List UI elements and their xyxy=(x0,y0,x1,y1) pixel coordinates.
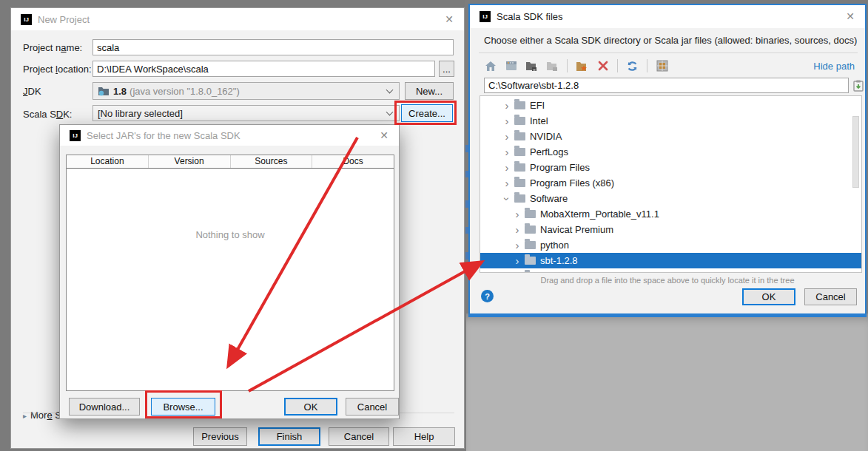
chevron-right-icon[interactable]: › xyxy=(502,163,511,172)
tree-item-python[interactable]: › python xyxy=(480,237,861,253)
tree-item-perflogs[interactable]: › PerfLogs xyxy=(480,144,861,160)
tree-item-label: NVIDIA xyxy=(530,131,562,142)
chevron-right-icon[interactable]: › xyxy=(513,226,522,234)
intellij-logo-icon: IJ xyxy=(21,14,32,25)
tree-scrollbar[interactable] xyxy=(852,116,859,188)
hide-path-link[interactable]: Hide path xyxy=(813,61,855,72)
empty-table-message: Nothing to show xyxy=(67,229,394,240)
close-icon[interactable]: ✕ xyxy=(443,13,455,25)
jdk-label: JDK xyxy=(23,86,41,97)
ok-button[interactable]: OK xyxy=(742,288,795,305)
chevron-right-icon[interactable]: › xyxy=(513,210,522,219)
dialog-title: Scala SDK files xyxy=(497,11,563,22)
refresh-icon[interactable] xyxy=(626,60,639,72)
project-location-input[interactable]: D:\IDEA WorkSpace\scala xyxy=(92,61,435,77)
sdk-files-titlebar[interactable]: IJ Scala SDK files ✕ xyxy=(470,5,865,28)
intellij-logo-icon: IJ xyxy=(480,11,491,22)
tree-item-program-files[interactable]: › Program Files xyxy=(480,160,861,175)
intellij-logo-icon: IJ xyxy=(70,130,81,141)
select-jars-dialog: IJ Select JAR's for the new Scala SDK ✕ … xyxy=(59,124,400,419)
tree-item-software[interactable]: › Software xyxy=(480,191,861,206)
tree-item-label: PerfLogs xyxy=(530,146,568,157)
download-button[interactable]: Download... xyxy=(69,398,140,416)
cancel-button[interactable]: Cancel xyxy=(804,288,857,305)
collapse-folder-icon[interactable] xyxy=(525,60,538,72)
chevron-expanded-icon[interactable]: › xyxy=(502,194,511,203)
tree-item-navicat-premium[interactable]: › Navicat Premium xyxy=(480,222,861,237)
help-button[interactable]: Help xyxy=(393,427,455,446)
dialog-title: New Project xyxy=(38,14,90,25)
chevron-right-icon[interactable]: › xyxy=(513,257,522,265)
delete-icon[interactable] xyxy=(596,60,609,72)
chevron-right-icon[interactable]: › xyxy=(502,101,511,110)
browse-button[interactable]: Browse... xyxy=(151,398,215,416)
paste-path-icon[interactable] xyxy=(852,79,864,92)
tree-item-label: sbt-1.2.8 xyxy=(540,255,578,266)
project-location-label: Project location: xyxy=(23,64,92,75)
chevron-down-icon xyxy=(386,87,394,94)
folder-icon xyxy=(514,163,525,172)
tree-item-label: python xyxy=(540,240,569,251)
chevron-right-icon[interactable]: › xyxy=(502,179,511,188)
expand-folder-icon[interactable] xyxy=(546,60,559,72)
tree-item-label: Program Files xyxy=(530,162,590,173)
chevron-right-icon[interactable]: › xyxy=(513,241,522,250)
finish-button[interactable]: Finish xyxy=(258,427,320,446)
new-project-titlebar[interactable]: IJ New Project ✕ xyxy=(11,8,464,30)
jdk-select[interactable]: 1.8 (java version "1.8.0_162") xyxy=(92,82,400,100)
previous-button[interactable]: Previous xyxy=(193,427,247,446)
column-header-version[interactable]: Version xyxy=(149,155,231,168)
folder-icon xyxy=(514,179,525,187)
tree-item-program-files-x86[interactable]: › Program Files (x86) xyxy=(480,175,861,191)
jdk-new-button[interactable]: New... xyxy=(405,82,454,100)
tree-item-label: Software xyxy=(530,193,568,204)
cancel-button[interactable]: Cancel xyxy=(329,427,389,446)
tree-item-mobaxterm[interactable]: › MobaXterm_Portable_v11.1 xyxy=(480,206,861,222)
jar-table-header: Location Version Sources Docs xyxy=(67,155,394,169)
new-folder-icon[interactable] xyxy=(576,60,588,72)
more-settings-toggle[interactable]: ▸More S xyxy=(23,410,61,421)
path-input[interactable]: C:\Software\sbt-1.2.8 xyxy=(484,78,849,93)
ok-button[interactable]: OK xyxy=(284,398,337,416)
dialog-description: Choose either a Scala SDK directory or S… xyxy=(484,35,858,46)
file-tree: › EFI › Intel › NVIDIA › PerfLogs › Prog… xyxy=(480,95,862,273)
tree-item-intel[interactable]: › Intel xyxy=(480,113,861,129)
folder-icon xyxy=(525,257,536,265)
scala-sdk-value: [No library selected] xyxy=(98,108,183,119)
help-icon[interactable]: ? xyxy=(481,290,494,302)
tree-item-nvidia[interactable]: › NVIDIA xyxy=(480,129,861,144)
close-icon[interactable]: ✕ xyxy=(378,129,390,141)
tree-item-efi[interactable]: › EFI xyxy=(480,98,861,113)
chevron-down-icon xyxy=(386,109,394,116)
drag-drop-hint: Drag and drop a file into the space abov… xyxy=(470,276,865,285)
chevron-right-icon[interactable]: › xyxy=(502,117,511,126)
cancel-button[interactable]: Cancel xyxy=(346,398,399,416)
close-icon[interactable]: ✕ xyxy=(844,10,856,22)
toolbar-separator xyxy=(567,59,568,72)
jdk-detail: (java version "1.8.0_162") xyxy=(129,86,240,97)
toolbar-separator xyxy=(647,59,647,72)
folder-icon xyxy=(514,117,525,125)
project-name-input[interactable]: scala xyxy=(92,39,454,55)
column-header-docs[interactable]: Docs xyxy=(312,155,394,168)
location-browse-button[interactable]: ... xyxy=(439,61,454,77)
folder-icon xyxy=(514,148,525,156)
chevron-right-icon[interactable]: › xyxy=(502,148,511,157)
desktop-directory-icon[interactable] xyxy=(505,60,517,72)
tree-item-partial[interactable]: › xyxy=(480,268,861,273)
tree-item-label: Program Files (x86) xyxy=(530,177,614,189)
column-header-location[interactable]: Location xyxy=(67,155,149,168)
chevron-right-icon[interactable]: › xyxy=(513,272,522,274)
scala-sdk-create-button[interactable]: Create... xyxy=(401,104,453,122)
tree-item-label: EFI xyxy=(530,100,545,111)
select-jars-titlebar[interactable]: IJ Select JAR's for the new Scala SDK ✕ xyxy=(60,125,399,146)
tree-item-sbt-1-2-8[interactable]: › sbt-1.2.8 xyxy=(480,253,861,268)
home-directory-icon[interactable] xyxy=(484,60,497,72)
show-hidden-files-icon[interactable] xyxy=(656,60,668,72)
chevron-right-icon[interactable]: › xyxy=(502,132,511,141)
jdk-version: 1.8 xyxy=(113,86,127,97)
jdk-icon xyxy=(98,86,110,96)
column-header-sources[interactable]: Sources xyxy=(231,155,313,168)
scala-sdk-select[interactable]: [No library selected] xyxy=(92,105,400,121)
folder-icon xyxy=(514,101,525,109)
